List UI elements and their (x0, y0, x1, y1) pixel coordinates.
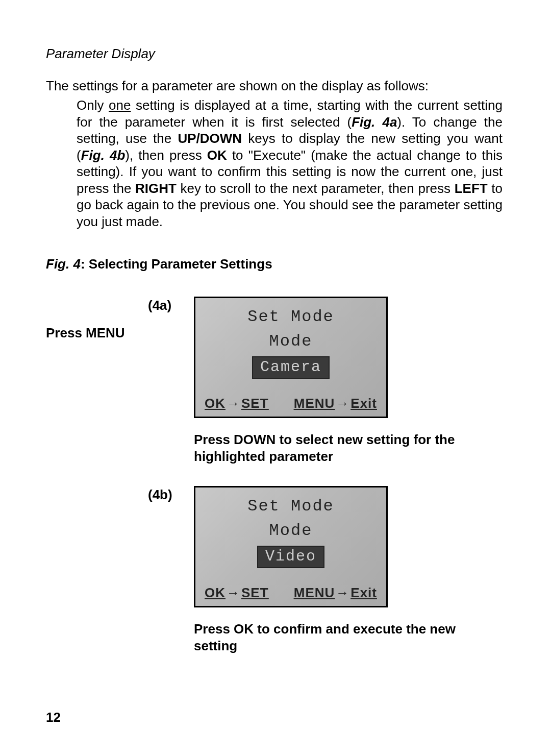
lcd-footer-left: OK→SET (205, 585, 269, 601)
exit-label: Exit (350, 396, 377, 411)
arrow-right-icon: → (335, 585, 350, 601)
lcd-screen-4a: Set Mode Mode Camera OK→SET MENU→Exit (194, 297, 388, 418)
lcd-footer-right: MENU→Exit (294, 396, 377, 411)
figure-title: : Selecting Parameter Settings (81, 256, 272, 272)
lcd-title: Set Mode (195, 497, 386, 516)
lcd-value-row: Video (195, 546, 386, 568)
figure-caption: Fig. 4: Selecting Parameter Settings (46, 256, 503, 272)
page-number: 12 (46, 710, 61, 725)
figure-4b-caption: Press OK to confirm and execute the new … (194, 621, 469, 654)
lcd-value-highlight: Video (257, 546, 324, 568)
intro-line: The settings for a parameter are shown o… (46, 78, 503, 94)
figure-4a-caption: Press DOWN to select new setting for the… (194, 431, 459, 465)
lcd-footer-left: OK→SET (205, 396, 269, 411)
text: Only (77, 97, 109, 113)
lcd-title: Set Mode (195, 307, 386, 326)
section-title: Parameter Display (46, 46, 503, 62)
lcd-screen-4b: Set Mode Mode Video OK→SET MENU→Exit (194, 486, 388, 607)
lcd-value-row: Camera (195, 356, 386, 379)
text: ), then press (125, 148, 207, 163)
right-key: RIGHT (135, 181, 177, 196)
figure-4b-row: (4b) Set Mode Mode Video OK→SET MENU→Exi… (46, 486, 503, 607)
figure-4a-screen-col: Set Mode Mode Camera OK→SET MENU→Exit (194, 297, 388, 418)
text: key to scroll to the next parameter, the… (177, 181, 455, 196)
arrow-right-icon: → (226, 585, 241, 601)
ok-label: OK (205, 585, 226, 600)
ok-key: OK (207, 148, 227, 163)
figure-number: Fig. 4 (46, 256, 81, 272)
figure-4a-row: Press MENU (4a) Set Mode Mode Camera OK→… (46, 297, 503, 418)
menu-label: MENU (294, 585, 335, 600)
fig4b-ref: Fig. 4b (81, 148, 126, 163)
lcd-param: Mode (195, 332, 386, 351)
lcd-footer: OK→SET MENU→Exit (195, 396, 386, 411)
lcd-value-highlight: Camera (252, 356, 330, 379)
arrow-right-icon: → (226, 396, 241, 411)
figure-4a-left: Press MENU (46, 297, 148, 341)
underlined-one: one (109, 97, 131, 113)
fig4a-ref: Fig. 4a (352, 114, 397, 130)
figure-4b-screen-col: Set Mode Mode Video OK→SET MENU→Exit (194, 486, 388, 607)
lcd-footer: OK→SET MENU→Exit (195, 585, 386, 601)
manual-page: Parameter Display The settings for a par… (0, 0, 551, 756)
figure-4b-label: (4b) (148, 486, 194, 503)
ok-label: OK (205, 396, 226, 411)
updown-key: UP/DOWN (178, 131, 242, 146)
set-label: SET (241, 396, 269, 411)
lcd-param: Mode (195, 521, 386, 540)
instruction-paragraph: Only one setting is displayed at a time,… (77, 97, 503, 230)
press-menu-label: Press MENU (46, 325, 148, 341)
figure-4a-label: (4a) (148, 297, 194, 313)
menu-label: MENU (294, 396, 335, 411)
set-label: SET (241, 585, 269, 600)
arrow-right-icon: → (335, 396, 350, 411)
left-key: LEFT (455, 181, 488, 196)
lcd-footer-right: MENU→Exit (294, 585, 377, 601)
exit-label: Exit (350, 585, 377, 600)
